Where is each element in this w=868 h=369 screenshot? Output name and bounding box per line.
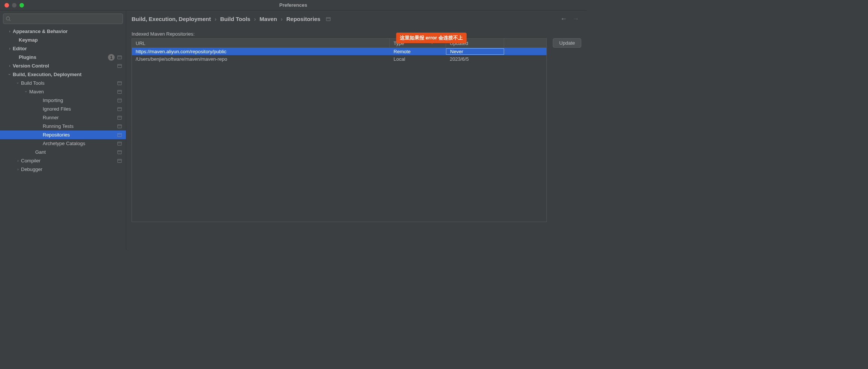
sidebar-item-label: Debugger [21,166,122,172]
column-header-url[interactable]: URL [132,39,390,48]
project-settings-icon [326,16,331,22]
sidebar-item-keymap[interactable]: Keymap [0,36,126,44]
sidebar-item-label: Gant [35,149,117,155]
sidebar-item-maven[interactable]: ›Maven [0,87,126,96]
svg-rect-4 [118,64,122,68]
sidebar-item-debugger[interactable]: ›Debugger [0,165,126,174]
chevron-icon: › [15,167,21,171]
sidebar-item-label: Maven [29,89,117,94]
repositories-table: URL Type Updated https://maven.aliyun.co… [132,38,547,222]
nav-forward-button[interactable]: → [572,15,579,23]
cell-type: Local [390,56,446,62]
window-title: Preferences [279,2,307,8]
section-label: Indexed Maven Repositories: [132,31,581,37]
chevron-icon: › [15,159,21,163]
project-settings-icon [117,55,122,60]
breadcrumb-item[interactable]: Build, Execution, Deployment [132,16,211,22]
sidebar-item-archetype-catalogs[interactable]: Archetype Catalogs [0,139,126,148]
cell-updated: 2023/6/5 [446,56,504,62]
table-header: URL Type Updated [132,39,546,48]
close-window-button[interactable] [4,3,9,8]
svg-rect-2 [118,56,122,59]
cell-url: https://maven.aliyun.com/repository/publ… [132,49,390,54]
chevron-right-icon: › [215,16,217,22]
chevron-icon: › [7,29,13,33]
project-settings-icon [117,115,122,120]
svg-line-1 [9,20,11,21]
search-icon [6,16,11,21]
sidebar-item-ignored-files[interactable]: Ignored Files [0,105,126,113]
table-body: https://maven.aliyun.com/repository/publ… [132,48,546,222]
project-settings-icon [117,63,122,69]
column-header-extra[interactable] [504,39,546,48]
project-settings-icon [117,89,122,94]
table-row[interactable]: /Users/benjie/software/maven/maven-repoL… [132,55,546,63]
project-settings-icon [117,132,122,138]
sidebar-item-runner[interactable]: Runner [0,113,126,122]
chevron-icon: › [23,90,29,94]
sidebar-item-label: Appearance & Behavior [13,28,122,34]
search-input[interactable] [3,14,123,24]
sidebar-item-label: Repositories [43,132,117,138]
cell-updated: Never [446,48,504,55]
project-settings-icon [117,98,122,103]
sidebar-item-running-tests[interactable]: Running Tests [0,122,126,130]
sidebar-item-version-control[interactable]: ›Version Control [0,62,126,70]
svg-rect-24 [118,159,122,162]
chevron-icon: › [7,72,13,76]
sidebar-item-label: Ignored Files [43,106,117,112]
project-settings-icon [117,150,122,155]
sidebar-item-build-execution-deployment[interactable]: ›Build, Execution, Deployment [0,70,126,79]
sidebar-item-label: Running Tests [43,123,117,129]
chevron-icon: › [7,64,13,68]
chevron-right-icon: › [254,16,256,22]
minimize-window-button[interactable] [12,3,16,8]
project-settings-icon [117,124,122,129]
badge-count: 1 [108,54,115,61]
settings-tree: ›Appearance & BehaviorKeymap›EditorPlugi… [0,27,126,250]
breadcrumb-item[interactable]: Repositories [286,16,320,22]
update-button[interactable]: Update [553,38,581,48]
titlebar: Preferences [0,0,587,10]
svg-rect-26 [326,17,331,21]
chevron-icon: › [7,46,13,51]
sidebar-item-build-tools[interactable]: ›Build Tools [0,79,126,87]
sidebar-item-importing[interactable]: Importing [0,96,126,105]
svg-rect-6 [118,81,122,85]
project-settings-icon [117,141,122,146]
sidebar-item-label: Plugins [19,54,108,60]
svg-rect-8 [118,90,122,93]
maximize-window-button[interactable] [19,3,24,8]
svg-point-0 [6,17,10,20]
sidebar-item-label: Editor [13,46,122,51]
svg-rect-16 [118,124,122,128]
sidebar: ›Appearance & BehaviorKeymap›EditorPlugi… [0,10,126,250]
svg-rect-10 [118,99,122,102]
sidebar-item-plugins[interactable]: Plugins1 [0,53,126,62]
sidebar-item-gant[interactable]: Gant [0,148,126,156]
sidebar-item-label: Build, Execution, Deployment [13,72,122,77]
project-settings-icon [117,106,122,112]
project-settings-icon [117,81,122,86]
svg-rect-20 [118,142,122,145]
sidebar-item-label: Build Tools [21,80,117,86]
content-panel: Build, Execution, Deployment›Build Tools… [126,10,587,250]
sidebar-item-label: Archetype Catalogs [43,141,117,146]
cell-type: Remote [390,49,446,54]
sidebar-item-label: Version Control [13,63,117,69]
svg-rect-14 [118,116,122,119]
project-settings-icon [117,158,122,164]
sidebar-item-compiler[interactable]: ›Compiler [0,156,126,165]
window-controls [0,3,24,8]
svg-rect-22 [118,150,122,154]
sidebar-item-appearance-behavior[interactable]: ›Appearance & Behavior [0,27,126,36]
chevron-icon: › [15,81,21,85]
breadcrumb-item[interactable]: Build Tools [220,16,250,22]
sidebar-item-editor[interactable]: ›Editor [0,44,126,53]
breadcrumb-item[interactable]: Maven [260,16,277,22]
sidebar-item-label: Importing [43,98,117,103]
table-row[interactable]: https://maven.aliyun.com/repository/publ… [132,48,546,55]
svg-rect-18 [118,133,122,136]
sidebar-item-repositories[interactable]: Repositories [0,130,126,139]
nav-back-button[interactable]: ← [560,15,567,23]
